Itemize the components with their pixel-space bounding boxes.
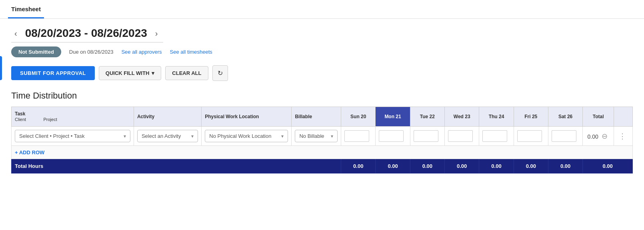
total-hours-row: Total Hours 0.00 0.00 0.00 0.00 0.00 0.0… (12, 159, 633, 174)
action-bar: SUBMIT FOR APPROVAL QUICK FILL WITH ▾ CL… (11, 65, 633, 81)
billable-placeholder: No Billable (299, 133, 324, 139)
th-fri25: Fri 25 (514, 107, 548, 127)
task-placeholder: Select Client • Project • Task (19, 133, 84, 139)
task-dropdown[interactable]: Select Client • Project • Task ▾ (15, 130, 130, 142)
clear-all-button[interactable]: CLEAR ALL (165, 66, 208, 80)
submit-for-approval-button[interactable]: SUBMIT FOR APPROVAL (11, 66, 95, 80)
more-actions-button[interactable]: ⋮ (617, 131, 628, 141)
pwl-cell: No Physical Work Location ▾ (202, 127, 292, 146)
th-total: Total (583, 107, 614, 127)
total-sat: 0.00 (548, 159, 582, 174)
fri-input[interactable] (517, 130, 542, 142)
sun-input[interactable] (344, 130, 369, 142)
sat-input-cell (548, 127, 582, 146)
date-range: 08/20/2023 - 08/26/2023 (25, 27, 147, 40)
time-distribution-table: Task Client Project Activity Physical Wo… (11, 107, 633, 174)
main-content: ‹ 08/20/2023 - 08/26/2023 › Not Submitte… (0, 19, 644, 182)
thu-input-cell (479, 127, 514, 146)
total-tue: 0.00 (410, 159, 444, 174)
activity-cell: Select an Activity ▾ (134, 127, 201, 146)
status-bar: Not Submitted Due on 08/26/2023 See all … (11, 46, 633, 57)
more-actions-cell: ⋮ (614, 127, 632, 146)
th-tue22: Tue 22 (410, 107, 444, 127)
refresh-button[interactable]: ↻ (212, 65, 228, 81)
pwl-placeholder: No Physical Work Location (209, 133, 271, 139)
see-approvers-link[interactable]: See all approvers (121, 49, 162, 55)
mon-input-cell (376, 127, 410, 146)
date-nav: ‹ 08/20/2023 - 08/26/2023 › (11, 27, 633, 40)
th-client: Client (15, 117, 26, 122)
quick-fill-button[interactable]: QUICK FILL WITH ▾ (99, 66, 162, 80)
th-actions (614, 107, 632, 127)
tab-bar: Timesheet (0, 0, 644, 19)
thu-input[interactable] (482, 130, 507, 142)
billable-dropdown[interactable]: No Billable ▾ (295, 130, 338, 142)
wed-input[interactable] (448, 130, 473, 142)
th-sat26: Sat 26 (548, 107, 582, 127)
task-cell: Select Client • Project • Task ▾ (12, 127, 134, 146)
th-task: Task Client Project (12, 107, 134, 127)
th-thu24: Thu 24 (479, 107, 514, 127)
sat-input[interactable] (552, 130, 576, 142)
activity-chevron-icon: ▾ (191, 133, 194, 139)
add-row-link[interactable]: + ADD ROW (15, 149, 44, 155)
total-hours-label: Total Hours (12, 159, 341, 174)
next-week-button[interactable]: › (152, 27, 161, 40)
sun-input-cell (341, 127, 376, 146)
row-total-value: 0.00 (588, 133, 598, 140)
activity-dropdown[interactable]: Select an Activity ▾ (137, 130, 198, 142)
quick-fill-chevron-icon: ▾ (152, 70, 154, 76)
mon-input[interactable] (379, 130, 404, 142)
status-indicator (0, 56, 2, 80)
prev-week-button[interactable]: ‹ (11, 27, 20, 40)
date-divider (11, 42, 163, 42)
activity-placeholder: Select an Activity (142, 133, 181, 139)
th-activity: Activity (134, 107, 201, 127)
th-pwl: Physical Work Location (202, 107, 292, 127)
th-mon21: Mon 21 (376, 107, 410, 127)
th-sun20: Sun 20 (341, 107, 376, 127)
add-row-cell: + ADD ROW (12, 146, 633, 159)
total-wed: 0.00 (445, 159, 479, 174)
grand-total: 0.00 (583, 159, 633, 174)
due-date: Due on 08/26/2023 (69, 49, 114, 55)
table-row: Select Client • Project • Task ▾ Select … (12, 127, 633, 146)
pwl-chevron-icon: ▾ (281, 133, 284, 139)
see-timesheets-link[interactable]: See all timesheets (170, 49, 212, 55)
th-project: Project (43, 117, 57, 122)
refresh-icon: ↻ (218, 69, 223, 77)
table-header-row: Task Client Project Activity Physical Wo… (12, 107, 633, 127)
th-billable: Billable (292, 107, 341, 127)
section-title: Time Distribution (11, 91, 633, 101)
billable-cell: No Billable ▾ (292, 127, 341, 146)
task-chevron-icon: ▾ (124, 133, 126, 139)
row-total-cell: 0.00 ⊖ (583, 127, 614, 146)
pwl-dropdown[interactable]: No Physical Work Location ▾ (205, 130, 288, 142)
billable-chevron-icon: ▾ (331, 133, 333, 139)
total-sun: 0.00 (341, 159, 376, 174)
total-thu: 0.00 (479, 159, 514, 174)
status-badge: Not Submitted (11, 46, 61, 57)
quick-fill-label: QUICK FILL WITH (106, 70, 150, 76)
total-fri: 0.00 (514, 159, 548, 174)
fri-input-cell (514, 127, 548, 146)
total-mon: 0.00 (376, 159, 410, 174)
remove-row-button[interactable]: ⊖ (600, 131, 609, 141)
add-row-row: + ADD ROW (12, 146, 633, 159)
th-wed23: Wed 23 (445, 107, 479, 127)
tue-input[interactable] (414, 130, 438, 142)
tab-timesheet[interactable]: Timesheet (8, 0, 44, 18)
tue-input-cell (410, 127, 444, 146)
wed-input-cell (445, 127, 479, 146)
